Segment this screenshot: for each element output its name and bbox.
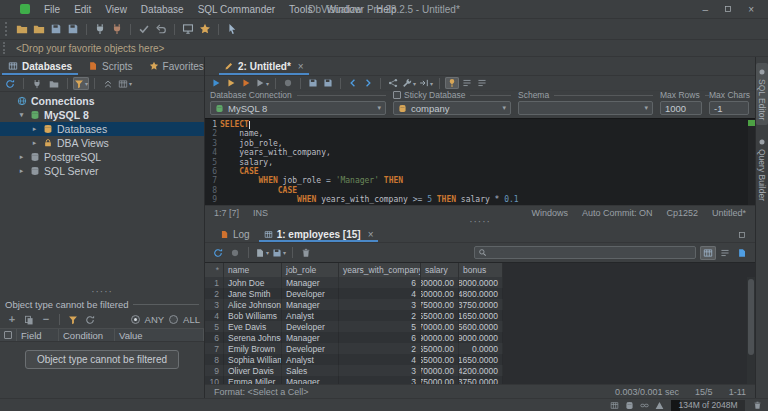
sticky-database-checkbox[interactable] xyxy=(393,91,401,99)
export-icon[interactable] xyxy=(734,246,750,260)
add-icon[interactable]: + xyxy=(4,312,20,327)
database-select[interactable]: company ▾ xyxy=(393,101,511,115)
grid-cell[interactable]: 75000.00 xyxy=(421,299,459,310)
grid-cell[interactable]: Developer xyxy=(282,343,339,354)
chevron-right-icon[interactable]: ▸ xyxy=(30,125,39,133)
menu-database[interactable]: Database xyxy=(135,4,190,15)
grid-cell[interactable]: 3750.0000 xyxy=(459,299,503,310)
goto-icon[interactable]: ▾ xyxy=(418,77,434,89)
schema-select[interactable]: ▾ xyxy=(518,101,653,115)
sql-commander-icon[interactable] xyxy=(180,22,196,37)
grid-cell[interactable]: 7 xyxy=(205,343,224,354)
tree-item-dba-views[interactable]: ▸DBA Views xyxy=(0,136,204,150)
close-button[interactable]: × xyxy=(748,4,754,15)
comment-icon[interactable] xyxy=(475,77,489,89)
grid-cell[interactable]: 65000.00 xyxy=(421,343,459,354)
tab-1-employees-15[interactable]: 1: employees [15]× xyxy=(257,227,381,242)
grid-cell[interactable]: Analyst xyxy=(282,354,339,365)
radio-all[interactable] xyxy=(169,315,178,324)
grid-cell[interactable]: 3750.0000 xyxy=(459,376,503,384)
collapse-all-icon[interactable] xyxy=(100,77,116,90)
rollback-icon[interactable] xyxy=(153,22,169,37)
grid-cell[interactable]: 5 xyxy=(339,321,421,332)
favorites-icon[interactable] xyxy=(197,22,213,37)
stop-icon[interactable] xyxy=(281,77,295,89)
grid-cell[interactable]: 2 xyxy=(339,343,421,354)
delete-row-icon[interactable] xyxy=(298,246,314,260)
grid-cell[interactable]: Serena Johnson xyxy=(224,332,282,343)
grid-scrollbar-thumb[interactable] xyxy=(748,279,754,355)
grid-view-icon[interactable] xyxy=(700,246,716,260)
grid-cell[interactable]: Emma Miller xyxy=(224,376,282,384)
grid-cell[interactable]: 8000.0000 xyxy=(459,277,503,288)
prev-icon[interactable] xyxy=(346,77,360,89)
chevron-down-icon[interactable]: ▾ xyxy=(17,111,26,119)
chevron-right-icon[interactable]: ▸ xyxy=(17,153,26,161)
grid-cell[interactable]: 75000.00 xyxy=(421,376,459,384)
max-rows-input[interactable]: 1000 xyxy=(660,101,702,115)
grid-cell[interactable]: Manager xyxy=(282,376,339,384)
auto-commit-indicator[interactable]: Auto Commit: ON xyxy=(582,208,653,218)
copy-icon[interactable] xyxy=(21,312,37,327)
execute-icon[interactable] xyxy=(209,77,223,89)
database-icon[interactable] xyxy=(622,399,636,411)
grid-cell[interactable]: Eve Davis xyxy=(224,321,282,332)
save-icon[interactable] xyxy=(306,77,320,89)
grid-cell[interactable]: 1 xyxy=(205,277,224,288)
execute-explain-icon[interactable] xyxy=(239,77,253,89)
grid-cell[interactable]: 5600.0000 xyxy=(459,321,503,332)
grid-cell[interactable]: 6 xyxy=(339,332,421,343)
grid-cell[interactable]: Developer xyxy=(282,288,339,299)
grid-cell[interactable]: 0.0000 xyxy=(459,343,503,354)
pointer-icon[interactable] xyxy=(224,22,240,37)
grid-cell[interactable]: 55000.00 xyxy=(421,354,459,365)
gc-trash-icon[interactable] xyxy=(750,399,764,411)
grid-cell[interactable]: Developer xyxy=(282,321,339,332)
grid-cell[interactable]: Manager xyxy=(282,299,339,310)
insert-row-icon[interactable]: ▾ xyxy=(254,246,270,260)
grid-cell[interactable]: 70000.00 xyxy=(421,321,459,332)
menu-sql-commander[interactable]: SQL Commander xyxy=(192,4,281,15)
text-view-icon[interactable] xyxy=(717,246,733,260)
variables-icon[interactable] xyxy=(386,77,400,89)
grid-cell[interactable]: 2 xyxy=(339,310,421,321)
format-sql-icon[interactable] xyxy=(460,77,474,89)
grid-cell[interactable]: 2 xyxy=(205,288,224,299)
tab-databases[interactable]: Databases xyxy=(0,57,80,75)
disconnect-icon[interactable] xyxy=(109,22,125,37)
grid-cell[interactable]: Bob Williams xyxy=(224,310,282,321)
save-as-icon[interactable] xyxy=(65,22,81,37)
memory-indicator[interactable]: 134M of 2048M xyxy=(671,400,745,411)
maximize-panel-icon[interactable] xyxy=(734,227,750,242)
grid-cell[interactable]: Sales xyxy=(282,365,339,376)
alert-icon[interactable] xyxy=(652,399,666,411)
next-icon[interactable] xyxy=(361,77,375,89)
filter-icon[interactable] xyxy=(65,312,81,327)
folder-new-icon[interactable] xyxy=(46,77,62,90)
save-as-icon[interactable] xyxy=(321,77,335,89)
remove-icon[interactable]: − xyxy=(38,312,54,327)
toolbar-drag-handle[interactable] xyxy=(5,22,9,36)
side-tab-sql-editor[interactable]: SQL Editor xyxy=(756,63,768,125)
grid-cell[interactable]: 10 xyxy=(205,376,224,384)
grid-cell[interactable]: Manager xyxy=(282,277,339,288)
execute-current-icon[interactable] xyxy=(224,77,238,89)
radio-any[interactable] xyxy=(131,315,140,324)
filter-message-button[interactable]: Object type cannot be filtered xyxy=(25,350,179,369)
grid-cell[interactable]: Oliver Davis xyxy=(224,365,282,376)
grid-scrollbar[interactable] xyxy=(747,277,755,384)
grid-cell[interactable]: 55000.00 xyxy=(421,310,459,321)
refresh-icon[interactable] xyxy=(210,246,226,260)
pin-icon[interactable] xyxy=(445,77,459,89)
save-icon[interactable]: ▾ xyxy=(271,246,287,260)
grid-cell[interactable]: 3 xyxy=(339,376,421,384)
sql-editor[interactable]: 123456789 SELECT name, job_role, years_w… xyxy=(205,118,755,205)
grid-cell[interactable]: Alice Johnson xyxy=(224,299,282,310)
refresh-icon[interactable] xyxy=(2,77,18,90)
execute-options-icon[interactable]: ▾ xyxy=(254,77,270,89)
grid-cell[interactable]: 90000.00 xyxy=(421,332,459,343)
grid-cell[interactable]: 6 xyxy=(205,332,224,343)
grid-cell[interactable]: John Doe xyxy=(224,277,282,288)
grid-cell[interactable]: 4800.0000 xyxy=(459,288,503,299)
filter-icon[interactable]: ▾ xyxy=(73,77,89,90)
